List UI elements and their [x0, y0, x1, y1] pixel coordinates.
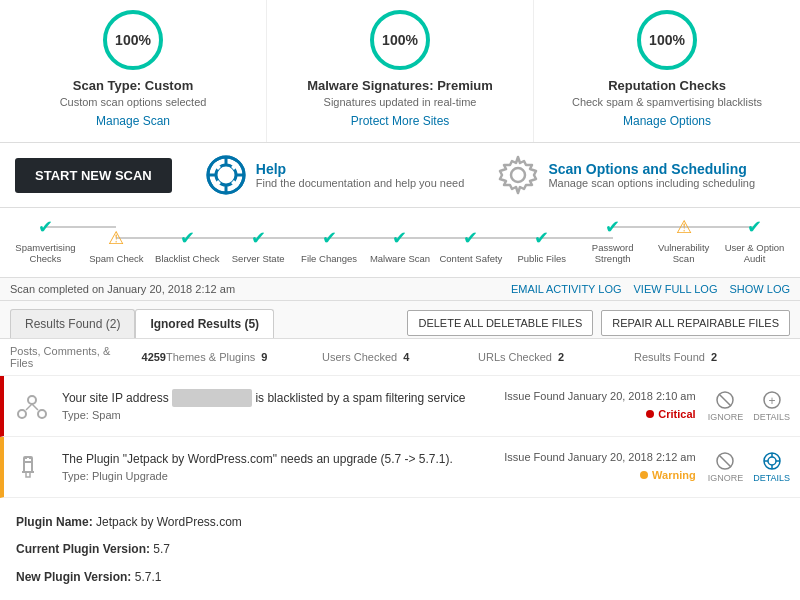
check-label: Spam Check [89, 253, 143, 264]
result-text-spam: Your site IP address is blacklisted by a… [62, 389, 492, 407]
check-content-safety: ✔ Content Safety [435, 227, 506, 264]
scan-type-sub: Custom scan options selected [15, 96, 251, 108]
start-new-scan-button[interactable]: START NEW SCAN [15, 158, 172, 193]
stat-results-label: Results Found [634, 351, 705, 363]
stat-reputation: 100% Reputation Checks Check spam & spam… [534, 0, 800, 142]
stat-urls-value: 2 [558, 351, 564, 363]
scan-status-bar: Scan completed on January 20, 2018 2:12 … [0, 278, 800, 301]
spam-icon [14, 388, 50, 424]
result-text-plugin: The Plugin "Jetpack by WordPress.com" ne… [62, 450, 492, 468]
svg-point-8 [28, 396, 36, 404]
result-type-plugin: Type: Plugin Upgrade [62, 468, 492, 485]
svg-rect-18 [24, 462, 32, 472]
stat-results-value: 2 [711, 351, 717, 363]
email-activity-log-link[interactable]: EMAIL ACTIVITY LOG [511, 283, 622, 295]
repair-repairable-button[interactable]: REPAIR ALL REPAIRABLE FILES [601, 310, 790, 336]
result-actions-plugin: IGNORE DETAILS [708, 451, 790, 483]
check-ok-icon: ✔ [463, 227, 478, 249]
check-label: Blacklist Check [155, 253, 219, 264]
reputation-sub: Check spam & spamvertising blacklists [549, 96, 785, 108]
stat-posts-value: 4259 [142, 351, 166, 363]
details-button-plugin[interactable]: DETAILS [753, 451, 790, 483]
detail-details: Details: You need to upgrade "Jetpack by… [16, 597, 784, 600]
stat-themes-value: 9 [261, 351, 267, 363]
check-malware: ✔ Malware Scan [365, 227, 436, 264]
lifepreserver-icon [206, 155, 246, 195]
ignore-icon [715, 390, 735, 410]
tab-results-found[interactable]: Results Found (2) [10, 309, 135, 338]
malware-circle: 100% [370, 10, 430, 70]
svg-text:+: + [768, 394, 775, 408]
scan-status-links: EMAIL ACTIVITY LOG VIEW FULL LOG SHOW LO… [511, 283, 790, 295]
result-date-plugin: Issue Found January 20, 2018 2:12 am [504, 451, 695, 463]
protect-sites-link[interactable]: Protect More Sites [351, 114, 450, 128]
stat-users-value: 4 [403, 351, 409, 363]
check-server-state: ✔ Server State [223, 227, 294, 264]
check-ok-icon: ✔ [322, 227, 337, 249]
check-ok-icon: ✔ [747, 216, 762, 238]
check-spamvertising: ✔ Spamvertising Checks [10, 216, 81, 265]
tab-ignored-results[interactable]: Ignored Results (5) [135, 309, 274, 338]
scan-type-circle: 100% [103, 10, 163, 70]
stat-results-found: Results Found 2 [634, 345, 790, 369]
details-icon [762, 451, 782, 471]
manage-scan-link[interactable]: Manage Scan [96, 114, 170, 128]
result-meta-plugin: Issue Found January 20, 2018 2:12 am War… [504, 451, 695, 482]
malware-title: Malware Signatures: Premium [282, 78, 518, 93]
show-log-link[interactable]: SHOW LOG [729, 283, 790, 295]
svg-line-12 [32, 404, 38, 410]
stat-urls: URLs Checked 2 [478, 345, 634, 369]
action-bar: START NEW SCAN Help Find the documentati… [0, 143, 800, 208]
check-warn-icon: ⚠ [676, 216, 692, 238]
check-user-audit: ✔ User & Option Audit [719, 216, 790, 265]
result-type-spam: Type: Spam [62, 407, 492, 424]
check-label: User & Option Audit [719, 242, 790, 265]
stat-malware: 100% Malware Signatures: Premium Signatu… [267, 0, 534, 142]
check-ok-icon: ✔ [605, 216, 620, 238]
checks-list: ✔ Spamvertising Checks ⚠ Spam Check ✔ Bl… [10, 216, 790, 265]
result-actions-spam: IGNORE + DETAILS [708, 390, 790, 422]
reputation-title: Reputation Checks [549, 78, 785, 93]
check-label: Password Strength [577, 242, 648, 265]
stat-users-label: Users Checked [322, 351, 397, 363]
wrench-icon [16, 451, 48, 483]
check-ok-icon: ✔ [38, 216, 53, 238]
svg-line-14 [719, 394, 731, 406]
top-stats-section: 100% Scan Type: Custom Custom scan optio… [0, 0, 800, 143]
check-warn-icon: ⚠ [108, 227, 124, 249]
ignore-button-plugin[interactable]: IGNORE [708, 451, 744, 483]
stat-posts: Posts, Comments, & Files 4259 [10, 345, 166, 369]
check-label: Malware Scan [370, 253, 430, 264]
check-label: Public Files [518, 253, 567, 264]
network-icon [16, 390, 48, 422]
view-full-log-link[interactable]: VIEW FULL LOG [634, 283, 718, 295]
malware-sub: Signatures updated in real-time [282, 96, 518, 108]
stat-themes: Themes & Plugins 9 [166, 345, 322, 369]
help-text: Help Find the documentation and help you… [256, 161, 465, 189]
plugin-icon [14, 449, 50, 485]
result-main-spam: Your site IP address is blacklisted by a… [62, 389, 492, 424]
help-title: Help [256, 161, 465, 177]
tab-actions: DELETE ALL DELETABLE FILES REPAIR ALL RE… [407, 310, 790, 336]
ignore-icon [715, 451, 735, 471]
check-vulnerability: ⚠ Vulnerability Scan [648, 216, 719, 265]
detail-new-version: New Plugin Version: 5.7.1 [16, 567, 784, 589]
scan-options-title: Scan Options and Scheduling [548, 161, 755, 177]
result-severity-plugin: Warning [640, 469, 696, 481]
scan-options-text: Scan Options and Scheduling Manage scan … [548, 161, 755, 189]
detail-current-version: Current Plugin Version: 5.7 [16, 539, 784, 561]
manage-options-link[interactable]: Manage Options [623, 114, 711, 128]
check-ok-icon: ✔ [534, 227, 549, 249]
check-file-changes: ✔ File Changes [294, 227, 365, 264]
stat-scan-type: 100% Scan Type: Custom Custom scan optio… [0, 0, 267, 142]
help-section: Help Find the documentation and help you… [192, 155, 479, 195]
scan-type-title: Scan Type: Custom [15, 78, 251, 93]
delete-deletable-button[interactable]: DELETE ALL DELETABLE FILES [407, 310, 593, 336]
result-date-spam: Issue Found January 20, 2018 2:10 am [504, 390, 695, 402]
svg-line-23 [719, 455, 731, 467]
detail-plugin-name: Plugin Name: Jetpack by WordPress.com [16, 512, 784, 534]
checks-bar: ✔ Spamvertising Checks ⚠ Spam Check ✔ Bl… [0, 208, 800, 278]
ignore-button-spam[interactable]: IGNORE [708, 390, 744, 422]
details-button-spam[interactable]: + DETAILS [753, 390, 790, 422]
result-item-plugin: The Plugin "Jetpack by WordPress.com" ne… [0, 437, 800, 498]
